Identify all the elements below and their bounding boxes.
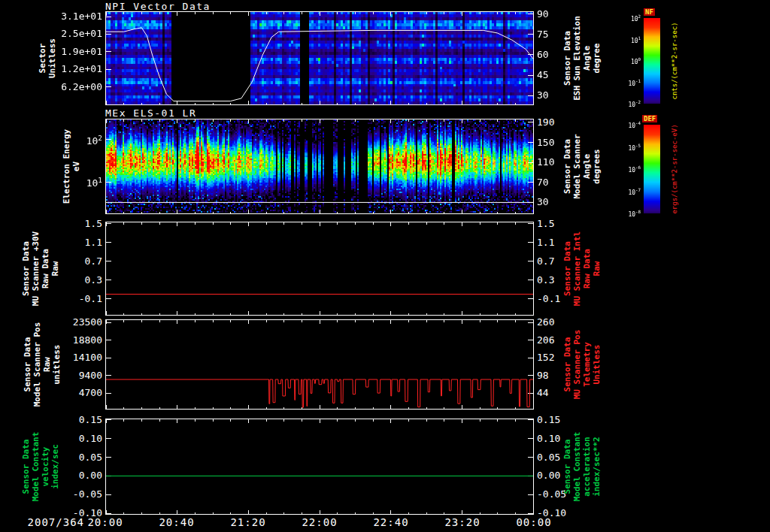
- tick-label: 206: [537, 334, 584, 346]
- panel2-title: MEx ELS-01 LR: [105, 107, 196, 119]
- series-line-4: [106, 379, 533, 407]
- tick-label: 0.00: [537, 470, 584, 481]
- tick-label: -0.1: [56, 293, 102, 304]
- tick-label: 260: [537, 316, 584, 328]
- panel5-ylabel: Sensor Data Model Constant velocity inde…: [21, 419, 60, 515]
- tick-label: 14100: [56, 352, 102, 363]
- tick-label: 4700: [56, 387, 102, 398]
- tick-label: 0.05: [537, 452, 584, 463]
- x-tick-label: 21:20: [224, 516, 272, 528]
- tick-label: 0.00: [56, 470, 102, 481]
- panel-3-overlay: [106, 222, 533, 315]
- tick-label: 0.05: [56, 452, 102, 463]
- panel-5-overlay: [106, 419, 533, 514]
- tick-label: 10-1: [611, 79, 641, 87]
- panel-1-plot: [105, 11, 534, 105]
- x-tick-label: 22:40: [367, 516, 415, 528]
- panel3-ylabel: Sensor Data MU Scanner +30V Raw Data Raw: [21, 222, 60, 316]
- tick-label: 23500: [56, 316, 102, 328]
- tick-label: 1.1: [56, 237, 102, 248]
- panel1-title: NPI Vector Data: [105, 1, 211, 12]
- tick-label: 1.2e+01: [56, 63, 102, 74]
- tick-label: 110: [537, 156, 584, 168]
- tick-label: 6.2e+00: [56, 81, 102, 92]
- panel-3-plot: [105, 222, 534, 316]
- tick-label: 102: [611, 14, 641, 23]
- tick-label: 0.7: [537, 255, 584, 267]
- overlay-line-1: [106, 28, 533, 101]
- tick-label: 0.15: [56, 414, 102, 425]
- panel-1-overlay: [106, 12, 533, 104]
- tick-label: 0.7: [56, 255, 102, 267]
- tick-label: 10-8: [611, 210, 641, 218]
- colorbar-1-gradient: [644, 18, 660, 104]
- colorbar1-units: cnts/(cm**2-sr-sec): [671, 8, 678, 114]
- tick-label: 90: [537, 8, 584, 20]
- tick-label: 102: [56, 134, 102, 147]
- tick-label: 152: [537, 352, 584, 363]
- tick-label: 0.10: [56, 433, 102, 444]
- colorbar1-tag: NF: [644, 8, 655, 16]
- colorbar2-tag: DEF: [642, 115, 657, 122]
- tick-label: 190: [537, 116, 584, 128]
- tick-label: 10-2: [611, 100, 641, 108]
- panel-2-overlay: [106, 119, 533, 213]
- tick-label: 10-5: [611, 144, 641, 152]
- tick-label: 1.9e+01: [56, 46, 102, 57]
- x-tick-label: 20:00: [81, 516, 129, 528]
- tick-label: 18800: [56, 334, 102, 346]
- tick-label: 1.5: [56, 218, 102, 229]
- tick-label: 44: [537, 387, 584, 398]
- panel-4-overlay: [106, 320, 533, 409]
- tick-label: -0.05: [56, 488, 102, 500]
- tick-label: 10-7: [611, 188, 641, 196]
- tick-label: -0.05: [537, 488, 584, 500]
- tick-label: 60: [537, 49, 584, 60]
- tick-label: 1.1: [537, 237, 584, 248]
- x-tick-label: 22:00: [296, 516, 344, 528]
- x-tick-label: 00:00: [510, 516, 558, 528]
- tick-label: 0.3: [56, 274, 102, 286]
- x-tick-label: 23:20: [438, 516, 487, 528]
- tick-label: 1.5: [537, 218, 584, 229]
- tick-label: 3.1e+01: [56, 11, 102, 22]
- tick-label: 10-4: [611, 121, 641, 129]
- tick-label: 100: [611, 57, 641, 65]
- tick-label: 70: [537, 177, 584, 188]
- colorbar-2-gradient: [644, 125, 660, 213]
- x-tick-label: 20:40: [153, 516, 201, 528]
- tick-label: 0.10: [537, 433, 584, 444]
- tick-label: 0.3: [537, 274, 584, 286]
- tick-label: 101: [56, 176, 102, 189]
- tick-label: 10-6: [611, 165, 641, 174]
- tick-label: 0.15: [537, 414, 584, 425]
- tick-label: 30: [537, 196, 584, 207]
- panel-2-plot: [105, 119, 534, 214]
- tick-label: 30: [537, 89, 584, 101]
- tick-label: 2.5e+01: [56, 28, 102, 39]
- colorbar2-units: ergs/(cm**2-sr-sec-eV): [671, 114, 678, 224]
- tick-label: 45: [537, 69, 584, 80]
- panel-4-plot: [105, 319, 534, 410]
- tick-label: -0.1: [537, 293, 584, 304]
- tick-label: 9400: [56, 370, 102, 381]
- tick-label: 150: [537, 137, 584, 148]
- tick-label: 75: [537, 29, 584, 40]
- tick-label: 101: [611, 36, 641, 44]
- panel-5-plot: [105, 419, 534, 515]
- tick-label: 98: [537, 370, 584, 381]
- multi-panel-time-series-plot: NPI Vector Data MEx ELS-01 LR Sector Uni…: [0, 0, 770, 532]
- panel1-ylabel: Sector Unitless: [38, 11, 57, 105]
